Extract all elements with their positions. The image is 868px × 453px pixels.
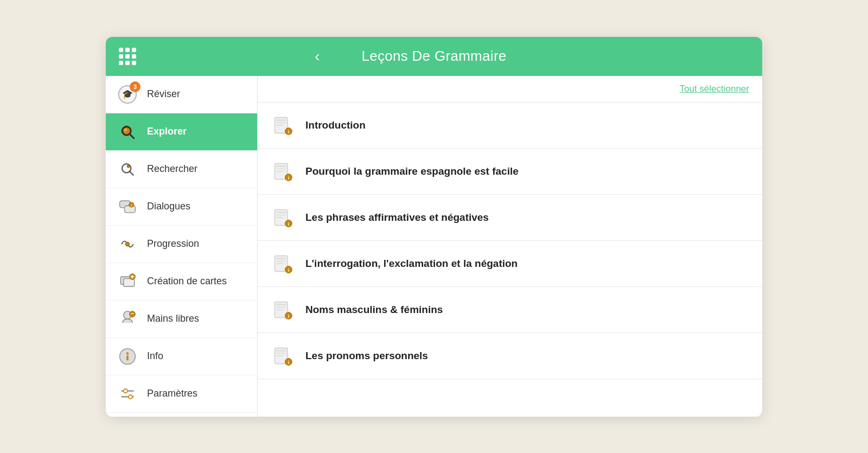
svg-point-5	[124, 128, 127, 131]
sidebar-item-parametres[interactable]: Paramètres	[106, 375, 257, 413]
lesson-title-6: Les pronoms personnels	[305, 350, 428, 362]
select-all-link[interactable]: Tout sélectionner	[679, 84, 749, 94]
svg-rect-47	[276, 217, 283, 218]
lesson-title-4: L'interrogation, l'exclamation et la nég…	[305, 258, 518, 270]
sidebar-item-mains-libres[interactable]: Mains libres	[106, 301, 257, 338]
book-icon-6: i	[271, 344, 295, 368]
grid-menu-icon[interactable]	[119, 48, 136, 65]
rechercher-icon	[117, 158, 138, 180]
content-area: Tout sélectionner i Introduction	[258, 76, 762, 417]
app-container: ‹ Leçons De Grammaire 🎓 3 Réviser	[106, 37, 762, 417]
svg-text:i: i	[288, 221, 290, 226]
lesson-item-3[interactable]: i Les phrases affirmatives et négatives	[258, 195, 762, 241]
svg-text:i: i	[288, 267, 290, 272]
sidebar-label-progression: Progression	[147, 238, 199, 250]
svg-text:i: i	[288, 313, 290, 318]
sidebar-label-reviser: Réviser	[147, 88, 180, 100]
svg-rect-35	[276, 125, 283, 126]
page-title: Leçons De Grammaire	[361, 48, 506, 65]
svg-line-4	[130, 134, 134, 138]
info-icon	[117, 346, 138, 367]
content-header: Tout sélectionner	[258, 76, 762, 103]
lesson-item-2[interactable]: i Pourquoi la grammaire espagnole est fa…	[258, 149, 762, 195]
lesson-item-5[interactable]: i Noms masculins & féminins	[258, 287, 762, 333]
svg-rect-51	[276, 258, 286, 259]
sidebar-label-rechercher: Rechercher	[147, 163, 197, 175]
svg-point-28	[129, 394, 132, 398]
parametres-icon	[117, 383, 138, 405]
svg-rect-24	[126, 355, 129, 360]
sidebar-item-dialogues[interactable]: ! Dialogues	[106, 188, 257, 226]
book-icon-3: i	[271, 206, 295, 229]
lesson-title-5: Noms masculins & féminins	[305, 304, 443, 316]
progression-icon	[117, 233, 138, 255]
lesson-title-2: Pourquoi la grammaire espagnole est faci…	[305, 165, 519, 177]
svg-rect-58	[276, 307, 286, 308]
header: ‹ Leçons De Grammaire	[106, 37, 762, 76]
book-icon-4: i	[271, 252, 295, 276]
lesson-item-4[interactable]: i L'interrogation, l'exclamation et la n…	[258, 241, 762, 287]
svg-rect-46	[276, 214, 286, 215]
sidebar-item-explorer[interactable]: Explorer	[106, 113, 257, 151]
svg-text:i: i	[288, 175, 290, 180]
lesson-title-3: Les phrases affirmatives et négatives	[305, 212, 489, 224]
svg-rect-34	[276, 122, 286, 123]
svg-rect-33	[276, 119, 286, 121]
svg-rect-52	[276, 260, 286, 261]
sidebar-item-creation[interactable]: Création de cartes	[106, 263, 257, 301]
creation-icon	[117, 271, 138, 292]
sidebar-label-explorer: Explorer	[147, 126, 187, 137]
sidebar-item-contact[interactable]: ? Contact	[106, 413, 257, 417]
book-icon-2: i	[271, 159, 295, 183]
svg-rect-63	[276, 350, 286, 352]
lesson-item-1[interactable]: i Introduction	[258, 103, 762, 149]
svg-line-7	[130, 171, 133, 175]
explorer-icon	[117, 121, 138, 143]
dialogues-icon: !	[117, 196, 138, 218]
svg-text:i: i	[288, 359, 290, 365]
svg-point-21	[130, 311, 136, 317]
sidebar-label-parametres: Paramètres	[147, 388, 197, 399]
sidebar-label-creation: Création de cartes	[147, 276, 227, 287]
sidebar-label-mains-libres: Mains libres	[147, 313, 199, 324]
sidebar-item-reviser[interactable]: 🎓 3 Réviser	[106, 76, 257, 113]
svg-rect-59	[276, 309, 283, 310]
mains-libres-icon	[117, 308, 138, 330]
svg-rect-41	[276, 171, 283, 172]
svg-rect-53	[276, 263, 283, 264]
reviser-badge: 3	[130, 81, 141, 92]
back-button[interactable]: ‹	[315, 49, 320, 64]
svg-rect-57	[276, 304, 286, 305]
sidebar-item-info[interactable]: Info	[106, 338, 257, 375]
svg-rect-64	[276, 353, 286, 354]
lesson-title-1: Introduction	[305, 119, 366, 131]
main-layout: 🎓 3 Réviser Explorer	[106, 76, 762, 417]
lesson-item-6[interactable]: i Les pronoms personnels	[258, 333, 762, 379]
svg-point-23	[126, 352, 129, 355]
sidebar-item-progression[interactable]: Progression	[106, 226, 257, 263]
svg-rect-65	[276, 355, 283, 356]
svg-rect-39	[276, 165, 286, 167]
svg-text:!: !	[131, 203, 132, 208]
sidebar-label-dialogues: Dialogues	[147, 201, 190, 212]
sidebar-label-info: Info	[147, 350, 163, 362]
svg-point-27	[124, 389, 127, 393]
sidebar-item-rechercher[interactable]: Rechercher	[106, 151, 257, 188]
svg-rect-40	[276, 168, 286, 169]
svg-rect-45	[276, 212, 286, 213]
book-icon-5: i	[271, 298, 295, 322]
sidebar: 🎓 3 Réviser Explorer	[106, 76, 258, 417]
svg-text:i: i	[288, 129, 290, 134]
book-icon-1: i	[271, 113, 295, 137]
